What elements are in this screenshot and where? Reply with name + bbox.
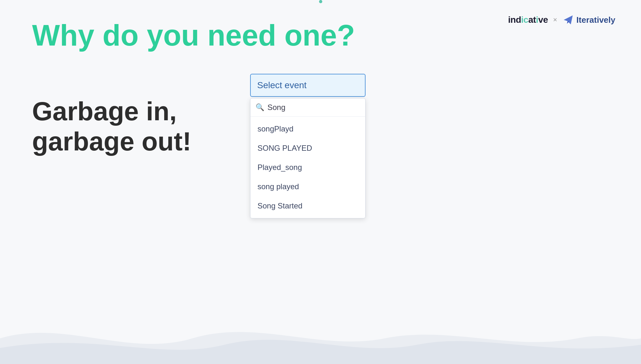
- bottom-wave: [0, 313, 641, 364]
- list-item[interactable]: songPlayd: [250, 119, 365, 139]
- slide-container: indicative × Iteratively Why do you need…: [0, 0, 641, 364]
- dropdown-panel: 🔍 ✕ songPlayd SONG PLAYED Played_song so…: [250, 98, 366, 218]
- indicative-logo: indicative: [508, 15, 548, 25]
- sub-text-line2: garbage out!: [32, 126, 191, 157]
- sub-text: Garbage in, garbage out!: [32, 96, 191, 157]
- cross-icon: ×: [553, 16, 557, 24]
- list-item[interactable]: SONG PLAYED: [250, 139, 365, 158]
- search-input[interactable]: [267, 103, 363, 112]
- sub-text-line1: Garbage in,: [32, 96, 191, 126]
- iteratively-text: Iteratively: [577, 15, 615, 25]
- search-icon: 🔍: [256, 103, 264, 112]
- iteratively-logo: Iteratively: [562, 14, 615, 26]
- dropdown-list: songPlayd SONG PLAYED Played_song song p…: [250, 117, 365, 218]
- logo-area: indicative × Iteratively: [508, 14, 615, 26]
- search-row: 🔍 ✕: [250, 98, 365, 117]
- dropdown-widget: Select event 🔍 ✕ songPlayd SONG PLAYED P…: [250, 74, 366, 218]
- list-item[interactable]: song played: [250, 177, 365, 196]
- iteratively-icon: [562, 14, 574, 26]
- list-item[interactable]: Song Started: [250, 196, 365, 216]
- list-item[interactable]: Played_song: [250, 158, 365, 177]
- select-event-button[interactable]: Select event: [250, 74, 366, 97]
- main-heading: Why do you need one?: [32, 19, 355, 52]
- top-dot: [319, 0, 322, 3]
